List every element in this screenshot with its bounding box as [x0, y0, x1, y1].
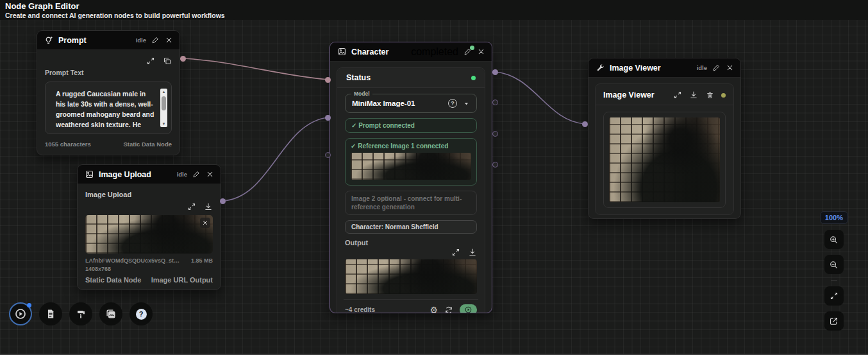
copy-icon[interactable] — [163, 56, 172, 65]
upload-output-label: Image URL Output — [151, 276, 213, 284]
viewer-node-header[interactable]: Image Viewer idle — [588, 58, 740, 78]
zoom-controls: 100% — [820, 211, 848, 331]
refresh-icon[interactable] — [444, 306, 453, 314]
lightbulb-icon — [44, 35, 54, 46]
viewer-image[interactable] — [609, 117, 720, 202]
prompt-textarea[interactable]: A rugged Caucasian male in his late 30s … — [45, 82, 172, 134]
prompt-node-title: Prompt — [58, 36, 131, 45]
zoom-in-icon — [829, 235, 839, 245]
image-dimensions: 1408x768 — [85, 266, 213, 272]
viewer-image-card[interactable] — [603, 112, 726, 208]
credits-estimate: ~4 credits — [345, 306, 375, 313]
port-upload-output[interactable] — [220, 198, 226, 204]
reference-connected-indicator: ✓ Reference Image 1 connected — [351, 143, 471, 150]
help-button[interactable]: ? — [129, 302, 153, 325]
expand-icon[interactable] — [187, 202, 196, 211]
reference-image-thumbnail[interactable] — [351, 153, 471, 180]
port-character-output-2[interactable] — [492, 100, 498, 105]
zoom-out-icon — [829, 260, 839, 270]
uploaded-image-thumbnail[interactable] — [85, 215, 213, 254]
image-icon — [84, 169, 94, 180]
file-size: 1.85 MB — [191, 257, 213, 264]
viewer-node-title: Image Viewer — [610, 64, 692, 73]
zoom-separator — [831, 280, 837, 281]
port-viewer-input[interactable] — [582, 121, 588, 127]
close-icon[interactable] — [725, 64, 734, 73]
download-icon[interactable] — [468, 248, 477, 257]
close-icon[interactable] — [164, 36, 173, 45]
documents-button[interactable] — [39, 302, 62, 325]
output-image[interactable] — [345, 259, 477, 294]
node-prompt[interactable]: Prompt idle Prompt Text A rugged Caucasi… — [37, 30, 180, 155]
edit-icon[interactable] — [463, 48, 472, 56]
port-character-output-4[interactable] — [492, 162, 498, 168]
run-workflow-button[interactable] — [9, 302, 32, 325]
character-name-field[interactable]: Character: Norman Sheffield — [345, 220, 477, 234]
zoom-level-indicator: 100% — [820, 211, 848, 224]
chevron-down-icon — [462, 100, 470, 107]
prompt-node-header[interactable]: Prompt idle — [37, 31, 179, 50]
edge-upload-to-character[interactable] — [222, 117, 328, 201]
fit-view-button[interactable] — [824, 286, 844, 306]
model-help-icon[interactable]: ? — [448, 99, 457, 108]
remove-image-icon[interactable] — [200, 218, 210, 228]
port-character-output-1[interactable] — [492, 69, 498, 75]
port-character-output-3[interactable] — [492, 131, 498, 137]
expand-icon[interactable] — [451, 248, 460, 257]
scroll-up-icon[interactable]: ▲ — [162, 89, 166, 94]
reference-image-box[interactable]: ✓ Reference Image 1 connected — [345, 138, 477, 186]
node-image-viewer[interactable]: Image Viewer idle Image Viewer — [588, 58, 741, 219]
app-header: Node Graph Editor Create and connect AI … — [0, 0, 868, 20]
edge-character-to-viewer[interactable] — [495, 72, 585, 124]
image2-hint: Image 2 optional - connect for multi-ref… — [345, 191, 477, 215]
status-badge: completed — [411, 46, 458, 58]
zoom-in-button[interactable] — [824, 230, 844, 249]
viewer-status-dot — [721, 93, 726, 98]
node-image-upload[interactable]: Image Upload idle Image Upload LAfnbFWOM… — [77, 164, 221, 290]
download-icon[interactable] — [689, 91, 698, 100]
model-select[interactable]: Model MiniMax Image-01 ? — [345, 94, 477, 113]
expand-icon[interactable] — [673, 91, 682, 100]
status-label: Status — [346, 73, 371, 82]
edit-icon[interactable] — [151, 36, 160, 45]
download-icon[interactable] — [204, 202, 213, 211]
run-node-button[interactable] — [460, 304, 477, 313]
share-button[interactable] — [824, 311, 844, 331]
port-character-input-prompt[interactable] — [325, 77, 331, 83]
zoom-out-button[interactable] — [824, 255, 844, 274]
expand-icon[interactable] — [146, 56, 155, 65]
play-circle-icon — [14, 307, 27, 320]
question-mark-icon: ? — [136, 309, 147, 320]
port-character-input-image2[interactable] — [325, 152, 331, 158]
prompt-char-count: 1055 characters — [45, 141, 91, 148]
scrollbar[interactable]: ▲ ▼ — [160, 89, 167, 127]
port-prompt-output[interactable] — [180, 56, 186, 62]
page-title: Node Graph Editor — [5, 2, 863, 11]
close-icon[interactable] — [205, 170, 214, 179]
bottom-toolbar: ? — [9, 302, 153, 325]
image-icon — [337, 47, 347, 57]
node-character[interactable]: Character completed Status Model MiniMax… — [330, 42, 492, 313]
edit-icon[interactable] — [712, 64, 721, 73]
upload-node-type: Static Data Node — [85, 276, 141, 284]
output-label: Output — [345, 239, 477, 247]
gallery-button[interactable] — [99, 302, 122, 325]
styles-button[interactable] — [69, 302, 92, 325]
upload-node-header[interactable]: Image Upload idle — [78, 165, 221, 184]
upload-node-title: Image Upload — [99, 170, 172, 179]
toolbar-notification-dot — [27, 303, 31, 307]
page-subtitle: Create and connect AI generation nodes t… — [5, 12, 863, 19]
close-icon[interactable] — [476, 48, 485, 56]
edit-icon[interactable] — [192, 170, 201, 179]
scroll-down-icon[interactable]: ▼ — [162, 121, 166, 126]
scroll-thumb[interactable] — [162, 96, 166, 110]
port-character-input-image1[interactable] — [325, 115, 331, 121]
edge-prompt-to-character[interactable] — [183, 58, 328, 80]
upload-status: idle — [177, 171, 187, 178]
prompt-text-value: A rugged Caucasian male in his late 30s … — [56, 89, 156, 128]
wrench-icon — [595, 63, 605, 73]
trash-icon[interactable] — [705, 91, 714, 100]
character-node-title: Character — [351, 48, 406, 56]
character-node-header[interactable]: Character completed — [330, 42, 492, 62]
settings-gear-icon[interactable]: ⚙ — [430, 306, 438, 314]
